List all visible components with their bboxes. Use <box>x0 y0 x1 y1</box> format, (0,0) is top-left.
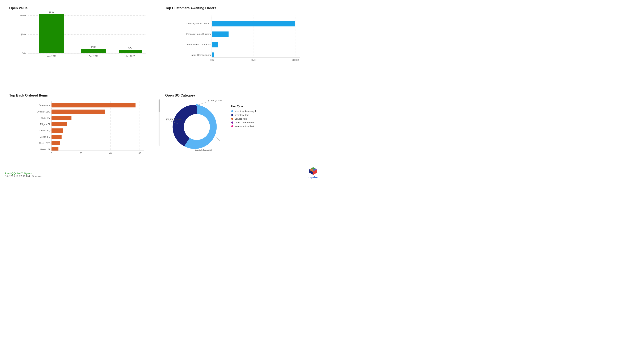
dashboard: Open Value $100K $50K $0K $93K $10K <box>0 0 322 181</box>
scrollbar[interactable] <box>158 99 160 146</box>
bar-dunnings <box>212 21 295 26</box>
legend-dot-non-inventory <box>231 125 233 127</box>
svg-text:Jan 2023: Jan 2023 <box>126 55 135 57</box>
donut-svg: $0.34K (0.31%) $51.78K (47.1%) $57.80K (… <box>165 99 228 153</box>
so-category-panel: Open SO Category <box>161 91 317 179</box>
bar-pete-harbin <box>212 42 218 47</box>
svg-line-42 <box>197 102 207 105</box>
svg-text:Cord - 12G: Cord - 12G <box>39 142 50 144</box>
legend-item-assembly: Inventory Assembly It... <box>231 110 258 112</box>
bar-nov-2022 <box>39 14 64 53</box>
open-value-chart: $100K $50K $0K $93K $10K $7K Nov 2022 De… <box>9 11 157 66</box>
synch-date: 1/9/2023 11:07:36 PM - Success <box>5 175 42 178</box>
legend-label-other-charge: Other Charge Item <box>234 121 254 124</box>
svg-text:$0.34K (0.31%): $0.34K (0.31%) <box>208 99 222 102</box>
legend-item-service: Service Item <box>231 117 258 120</box>
qqube-text-label: qqube <box>308 176 318 179</box>
donut-hole <box>184 114 210 140</box>
back-ordered-svg: Grommet 4 Anchor-12x1 1500-PM Edge - CL … <box>9 99 157 157</box>
bar-anchor <box>52 109 104 114</box>
bar-retail-homeowners <box>212 52 214 57</box>
top-customers-title: Top Customers Awaiting Orders <box>165 6 313 10</box>
svg-text:Edge - CL: Edge - CL <box>40 123 50 125</box>
svg-text:$0K: $0K <box>210 59 214 61</box>
open-value-panel: Open Value $100K $50K $0K $93K $10K <box>5 4 161 91</box>
legend-title: Item Type <box>231 105 258 108</box>
legend-label-non-inventory: Non-inventory Part <box>234 125 254 128</box>
svg-line-46 <box>216 136 220 141</box>
svg-text:$0K: $0K <box>22 52 26 54</box>
svg-text:Nov 2022: Nov 2022 <box>47 55 56 57</box>
synch-label: Last QQube™ Synch <box>5 172 42 175</box>
legend-label-assembly: Inventory Assembly It... <box>234 110 258 112</box>
top-customers-svg: Dunning's Pool Depot... Peacock Home Bui… <box>165 11 313 66</box>
back-ordered-panel: Top Back Ordered Items Grommet 4 Anchor-… <box>5 91 161 179</box>
svg-text:$50K: $50K <box>251 59 256 61</box>
qqube-logo: qqube <box>308 166 318 179</box>
svg-text:$93K: $93K <box>49 11 54 14</box>
legend-item-other-charge: Other Charge Item <box>231 121 258 124</box>
svg-text:60: 60 <box>138 152 141 154</box>
bar-edge-cl <box>52 122 67 126</box>
bar-cover-fg <box>52 135 62 139</box>
bar-1500pm <box>52 116 72 120</box>
legend-label-inventory: Inventory Item <box>234 114 249 116</box>
bar-dec-2022 <box>81 49 106 53</box>
svg-text:$100K: $100K <box>292 59 299 61</box>
scrollbar-thumb[interactable] <box>158 99 160 112</box>
qqube-cube-icon <box>308 166 318 176</box>
svg-text:Cover -FG: Cover -FG <box>40 136 50 138</box>
legend-label-service: Service Item <box>234 117 248 120</box>
legend-item-non-inventory: Non-inventory Part <box>231 125 258 128</box>
top-customers-panel: Top Customers Awaiting Orders Dunning's … <box>161 4 317 91</box>
bar-peacock <box>212 31 228 37</box>
svg-text:Dunning's Pool Depot...: Dunning's Pool Depot... <box>186 22 211 25</box>
legend: Item Type Inventory Assembly It... Inven… <box>231 105 258 128</box>
svg-text:0: 0 <box>51 152 52 154</box>
svg-text:$57.80K (52.59%): $57.80K (52.59%) <box>195 149 212 151</box>
svg-text:Dec 2022: Dec 2022 <box>89 55 98 57</box>
back-ordered-title: Top Back Ordered Items <box>9 94 157 97</box>
svg-text:Retail Homeowners: Retail Homeowners <box>190 54 211 56</box>
so-category-chart: $0.34K (0.31%) $51.78K (47.1%) $57.80K (… <box>165 99 313 157</box>
svg-text:Grommet 4: Grommet 4 <box>39 104 50 107</box>
svg-text:Base - BL: Base - BL <box>40 148 50 151</box>
bar-cord-12g <box>52 141 60 145</box>
svg-text:Pete Harbin Contractor: Pete Harbin Contractor <box>187 43 211 46</box>
top-customers-chart: Dunning's Pool Depot... Peacock Home Bui… <box>165 11 313 66</box>
footer: Last QQube™ Synch 1/9/2023 11:07:36 PM -… <box>5 172 42 178</box>
svg-text:20: 20 <box>80 152 82 154</box>
open-value-svg: $100K $50K $0K $93K $10K $7K Nov 2022 De… <box>9 11 157 66</box>
bar-jan-2023 <box>119 50 142 53</box>
legend-item-inventory: Inventory Item <box>231 114 258 116</box>
so-category-title: Open SO Category <box>165 94 313 97</box>
svg-text:Cover -AQ: Cover -AQ <box>40 129 50 132</box>
legend-dot-assembly <box>231 110 233 112</box>
svg-text:Anchor-12x1: Anchor-12x1 <box>38 110 50 113</box>
svg-text:1500-PM: 1500-PM <box>41 117 50 119</box>
svg-text:$51.78K (47.1%): $51.78K (47.1%) <box>166 118 182 121</box>
bar-cover-aq <box>52 128 63 133</box>
open-value-title: Open Value <box>9 6 157 10</box>
legend-dot-other-charge <box>231 121 233 124</box>
bar-grommet4 <box>52 103 136 107</box>
svg-text:40: 40 <box>109 152 112 154</box>
legend-dot-service <box>231 118 233 120</box>
back-ordered-chart: Grommet 4 Anchor-12x1 1500-PM Edge - CL … <box>9 99 157 157</box>
legend-dot-inventory <box>231 114 233 116</box>
bar-base-bl <box>52 147 58 151</box>
svg-text:$10K: $10K <box>91 46 96 48</box>
svg-text:$100K: $100K <box>20 14 26 17</box>
svg-text:Peacock Home Builders: Peacock Home Builders <box>186 33 211 35</box>
donut-container: $0.34K (0.31%) $51.78K (47.1%) $57.80K (… <box>165 99 228 153</box>
svg-text:$7K: $7K <box>128 47 132 49</box>
svg-text:$50K: $50K <box>21 33 26 36</box>
